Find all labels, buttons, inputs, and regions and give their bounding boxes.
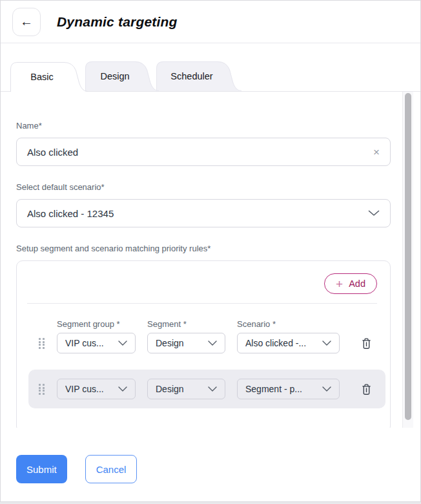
name-label: Name* [16, 121, 391, 131]
form-actions: Submit Cancel [1, 428, 420, 483]
tab-design[interactable]: Design [85, 61, 159, 91]
chevron-down-icon [118, 341, 127, 346]
name-input[interactable]: Also clicked × [16, 138, 391, 166]
trash-icon [361, 383, 372, 395]
delete-rule-button[interactable] [361, 337, 372, 350]
chevron-down-icon [118, 386, 127, 392]
tab-basic[interactable]: Basic [10, 62, 88, 92]
column-spacer [27, 319, 57, 329]
tab-design-label: Design [92, 61, 138, 91]
arrow-left-icon: ← [20, 14, 33, 29]
chevron-down-icon [208, 341, 217, 346]
rules-field-group: Setup segment and scenario matching prio… [16, 244, 391, 428]
dynamic-targeting-window: ← Dynamic targeting Basic Design Schedul… [0, 0, 421, 502]
chevron-down-icon [322, 386, 331, 392]
header: ← Dynamic targeting [1, 1, 420, 43]
name-field-group: Name* Also clicked × [16, 121, 391, 166]
rules-label: Setup segment and scenario matching prio… [16, 244, 391, 253]
scenario-select[interactable]: Segment - p... [237, 379, 340, 399]
segment-value: Design [156, 338, 184, 348]
default-scenario-field-group: Select default scenario* Also clicked - … [16, 182, 391, 227]
scenario-select[interactable]: Also clicked -... [237, 333, 340, 353]
add-button-label: Add [349, 278, 365, 289]
segment-group-value: VIP cus... [65, 338, 104, 348]
chevron-down-icon [322, 341, 331, 346]
segment-column-label: Segment * [147, 319, 237, 329]
drag-handle-icon[interactable] [39, 384, 46, 394]
tab-scheduler[interactable]: Scheduler [156, 61, 241, 91]
page-title: Dynamic targeting [57, 14, 178, 30]
segment-value: Design [156, 384, 184, 394]
clear-icon[interactable]: × [373, 147, 380, 158]
delete-rule-button[interactable] [361, 383, 372, 395]
segment-select[interactable]: Design [147, 333, 225, 353]
rules-toolbar: + Add [27, 273, 377, 294]
rule-row-1: VIP cus... Design Also clicked -... [27, 333, 377, 353]
rules-panel: + Add Segment group * Segment * Scenario… [16, 260, 391, 428]
default-scenario-label: Select default scenario* [16, 182, 391, 192]
segment-group-column-label: Segment group * [57, 319, 147, 329]
default-scenario-select[interactable]: Also clicked - 12345 [16, 199, 391, 227]
add-rule-button[interactable]: + Add [324, 273, 377, 294]
back-button[interactable]: ← [12, 8, 41, 36]
basic-form: Name* Also clicked × Select default scen… [1, 92, 420, 428]
segment-group-select[interactable]: VIP cus... [57, 333, 136, 353]
scrollbar-track[interactable] [402, 92, 413, 428]
tab-basic-label: Basic [17, 62, 67, 92]
trash-icon [361, 337, 372, 350]
scenario-value: Also clicked -... [245, 338, 306, 348]
rules-column-headers: Segment group * Segment * Scenario * [27, 319, 377, 329]
cancel-button[interactable]: Cancel [85, 455, 138, 483]
scenario-value: Segment - p... [245, 384, 302, 394]
tab-scheduler-label: Scheduler [163, 61, 221, 91]
scrollbar-thumb[interactable] [405, 93, 411, 420]
rules-divider [27, 303, 377, 304]
plus-icon: + [336, 278, 343, 290]
scenario-column-label: Scenario * [237, 319, 340, 329]
segment-group-select[interactable]: VIP cus... [57, 379, 136, 399]
name-input-value: Also clicked [27, 147, 78, 158]
default-scenario-value: Also clicked - 12345 [27, 208, 114, 219]
chevron-down-icon [368, 210, 380, 216]
drag-handle-icon[interactable] [39, 338, 46, 348]
segment-group-value: VIP cus... [65, 384, 104, 394]
submit-button[interactable]: Submit [16, 455, 67, 483]
rule-row-2-highlight: VIP cus... Design Segment - p... [28, 370, 385, 408]
segment-select[interactable]: Design [147, 379, 225, 399]
tab-bar: Basic Design Scheduler [1, 61, 420, 92]
chevron-down-icon [208, 386, 217, 392]
tab-panel-basic: Name* Also clicked × Select default scen… [1, 92, 420, 428]
rule-row-2: VIP cus... Design Segment - p... [28, 379, 385, 399]
